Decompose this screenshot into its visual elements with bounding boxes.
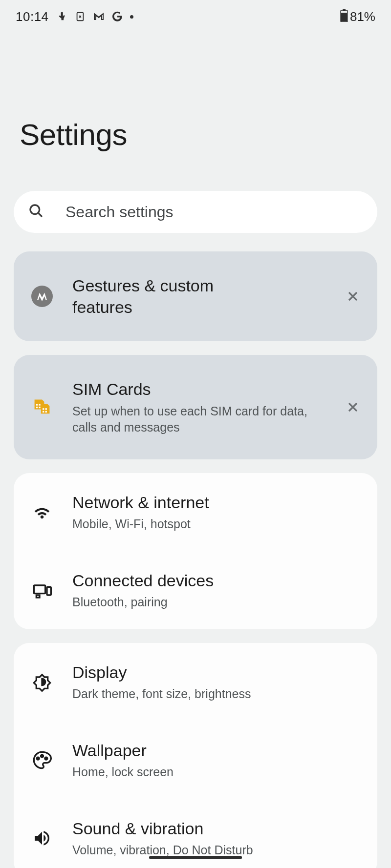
- item-network-subtitle: Mobile, Wi-Fi, hotspot: [72, 516, 355, 533]
- item-connected-title: Connected devices: [72, 570, 355, 591]
- google-icon: [111, 11, 123, 22]
- promo-sim-subtitle: Set up when to use each SIM card for dat…: [72, 403, 333, 436]
- svg-point-16: [37, 757, 39, 760]
- close-button[interactable]: [343, 287, 363, 306]
- item-connected-devices[interactable]: Connected devices Bluetooth, pairing: [14, 551, 377, 629]
- palette-icon: [31, 749, 53, 771]
- status-time: 10:14: [16, 9, 49, 24]
- promo-gestures-card[interactable]: Gestures & custom features: [14, 251, 377, 341]
- item-display-title: Display: [72, 661, 355, 683]
- svg-rect-8: [39, 407, 40, 408]
- svg-rect-3: [341, 13, 347, 21]
- promo-sim-title: SIM Cards: [72, 378, 268, 400]
- svg-point-18: [45, 757, 47, 760]
- hand-icon: [56, 11, 67, 22]
- search-icon: [28, 203, 65, 221]
- svg-rect-13: [34, 585, 45, 594]
- promo-gestures-title: Gestures & custom features: [72, 275, 268, 318]
- volume-icon: [31, 827, 53, 849]
- status-bar: 10:14 81%: [0, 0, 391, 29]
- dot-notification-icon: [130, 15, 133, 19]
- search-bar[interactable]: Search settings: [14, 191, 377, 233]
- promo-sim-card[interactable]: SIM Cards Set up when to use each SIM ca…: [14, 355, 377, 459]
- item-network-title: Network & internet: [72, 492, 355, 513]
- svg-rect-10: [45, 408, 47, 410]
- item-wallpaper[interactable]: Wallpaper Home, lock screen: [14, 721, 377, 799]
- close-button[interactable]: [343, 397, 363, 417]
- sim-cards-icon: [31, 396, 53, 418]
- item-network[interactable]: Network & internet Mobile, Wi-Fi, hotspo…: [14, 473, 377, 551]
- gmail-icon: [93, 11, 105, 22]
- status-right: 81%: [340, 9, 375, 24]
- motorola-icon: [31, 286, 53, 307]
- item-connected-subtitle: Bluetooth, pairing: [72, 594, 355, 611]
- svg-point-17: [41, 755, 43, 757]
- devices-icon: [31, 579, 53, 601]
- svg-rect-6: [39, 404, 40, 406]
- card-group-display: Display Dark theme, font size, brightnes…: [14, 643, 377, 868]
- brightness-icon: [31, 671, 53, 693]
- status-left: 10:14: [16, 9, 133, 24]
- svg-rect-12: [45, 411, 47, 413]
- svg-rect-14: [47, 587, 51, 595]
- navigation-handle[interactable]: [149, 856, 242, 859]
- svg-rect-15: [36, 595, 40, 598]
- wifi-icon: [31, 501, 53, 523]
- svg-point-4: [30, 205, 40, 214]
- search-placeholder: Search settings: [65, 203, 174, 221]
- svg-rect-11: [43, 411, 44, 413]
- battery-icon: [340, 9, 348, 24]
- item-display-subtitle: Dark theme, font size, brightness: [72, 686, 355, 703]
- page-title: Settings: [0, 29, 391, 191]
- item-wallpaper-subtitle: Home, lock screen: [72, 764, 355, 781]
- item-sound-title: Sound & vibration: [72, 818, 355, 839]
- svg-rect-5: [36, 404, 38, 406]
- app-notif-icon: [74, 11, 86, 22]
- svg-rect-9: [43, 408, 44, 410]
- svg-rect-7: [36, 407, 38, 408]
- item-display[interactable]: Display Dark theme, font size, brightnes…: [14, 643, 377, 721]
- card-group-network: Network & internet Mobile, Wi-Fi, hotspo…: [14, 473, 377, 629]
- battery-percent: 81%: [350, 9, 375, 24]
- item-wallpaper-title: Wallpaper: [72, 740, 355, 761]
